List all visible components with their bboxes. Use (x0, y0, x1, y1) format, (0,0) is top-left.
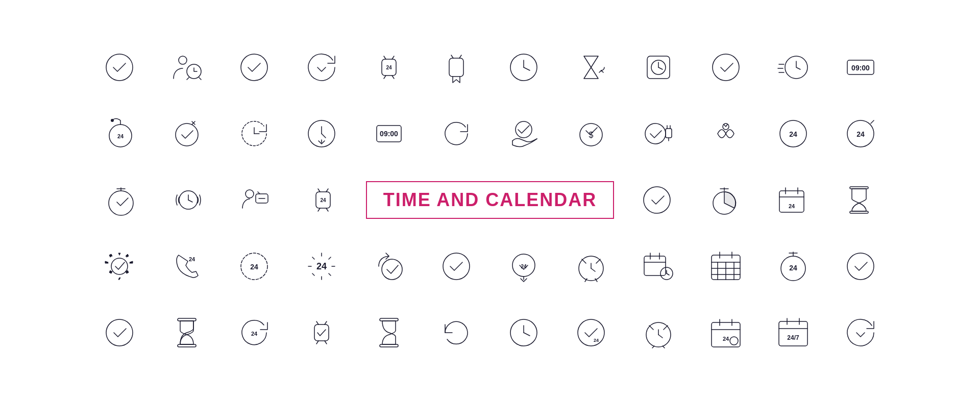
hourglass-refresh-icon (560, 37, 622, 98)
24-timer-icon: 24 (763, 236, 824, 297)
svg-line-144 (649, 326, 653, 330)
calendar-24-icon: 24 (761, 169, 822, 231)
svg-text:24: 24 (723, 336, 729, 342)
clock-plain3-icon (493, 302, 554, 363)
svg-rect-129 (314, 324, 329, 341)
clock-speed-icon (763, 37, 824, 98)
clock-plug-icon (628, 103, 689, 164)
clock-24-down-icon: 24 (493, 236, 554, 297)
calendar-clock-icon (628, 236, 689, 297)
svg-line-143 (658, 335, 663, 338)
clock-check3-icon (695, 37, 756, 98)
svg-line-89 (312, 257, 314, 259)
svg-point-80 (111, 258, 128, 274)
svg-line-101 (582, 259, 586, 263)
svg-text:09:00: 09:00 (380, 130, 398, 138)
gear-clock-icon (89, 236, 150, 297)
clock-check6-icon (89, 302, 150, 363)
hand-clock-icon (493, 103, 554, 164)
svg-point-3 (241, 54, 267, 81)
smartwatch-24-icon: 24 (358, 37, 420, 98)
svg-line-68 (326, 208, 328, 211)
clock-refresh-icon (291, 37, 352, 98)
svg-line-132 (316, 341, 318, 344)
svg-point-30 (176, 123, 198, 146)
svg-line-138 (524, 333, 530, 336)
svg-line-59 (188, 200, 192, 202)
svg-point-0 (106, 54, 133, 81)
phone-24-icon: 24 (156, 236, 217, 297)
svg-line-67 (318, 208, 320, 211)
icon-row-4: 24 24 24 24 (31, 236, 949, 297)
svg-point-125 (106, 319, 133, 346)
svg-text:24: 24 (250, 263, 258, 271)
clock-square-icon (628, 37, 689, 98)
svg-point-124 (847, 253, 874, 280)
svg-text:24: 24 (789, 203, 795, 209)
arrow-clock-icon (358, 236, 420, 297)
hourglass4-icon (358, 302, 420, 363)
svg-line-6 (384, 56, 386, 59)
svg-line-91 (329, 257, 331, 259)
24-refresh-icon: 24 (224, 302, 285, 363)
svg-point-20 (713, 54, 739, 81)
title-box: TIME AND CALENDAR (366, 181, 615, 219)
svg-text:24: 24 (251, 331, 258, 337)
clock-check5-icon (830, 236, 891, 297)
svg-line-37 (322, 134, 326, 138)
main-container: 24 09:00 24 (31, 37, 949, 363)
clock-reset-icon (426, 103, 487, 164)
svg-point-93 (382, 259, 402, 280)
svg-rect-148 (712, 322, 740, 347)
svg-line-92 (312, 273, 314, 276)
alarm-clock2-icon (628, 302, 689, 363)
svg-line-7 (392, 56, 394, 59)
24-dashed-icon: 24 (224, 236, 285, 297)
svg-line-65 (318, 189, 320, 192)
24-bomb-clock-icon: 24 (89, 103, 150, 164)
svg-text:24: 24 (521, 264, 527, 269)
digital-clock-display-icon: 09:00 (830, 37, 891, 98)
clock-check24-icon: 24 (560, 302, 622, 363)
stopwatch-icon (90, 169, 152, 231)
alarm-clock-icon (560, 236, 622, 297)
svg-point-44 (645, 123, 666, 144)
icon-row-5: 24 24 24 24/7 (31, 302, 949, 363)
calendar2-icon (695, 236, 756, 297)
svg-point-54 (109, 191, 133, 215)
icon-row-3: 24 TIME AND CALENDAR 24 (31, 169, 949, 231)
svg-point-69 (644, 187, 670, 213)
clock-check-icon (89, 37, 150, 98)
watch-bookmark-icon (426, 37, 487, 98)
clock-plain2-icon (626, 169, 688, 231)
svg-text:09:00: 09:00 (851, 64, 870, 72)
svg-text:24: 24 (320, 197, 326, 203)
svg-line-19 (658, 67, 663, 69)
24-circle-icon: 24 (763, 103, 824, 164)
svg-line-8 (384, 76, 386, 79)
svg-line-15 (524, 67, 530, 70)
svg-text:24: 24 (789, 130, 797, 138)
clock-refresh2-icon (224, 103, 285, 164)
clock-plain-icon (493, 37, 554, 98)
svg-text:24: 24 (594, 338, 599, 343)
clock-check2-icon (224, 37, 285, 98)
svg-line-9 (392, 76, 394, 79)
clock-refresh3-icon (830, 302, 891, 363)
calendar-24b-icon: 24 (695, 302, 756, 363)
svg-line-66 (326, 189, 328, 192)
smartwatch-check-icon (291, 302, 352, 363)
svg-point-94 (443, 253, 470, 280)
svg-line-90 (329, 273, 331, 276)
svg-text:24: 24 (856, 130, 865, 138)
icon-row-1: 24 09:00 (31, 37, 949, 98)
svg-text:24: 24 (117, 133, 124, 139)
svg-text:24: 24 (789, 264, 797, 272)
svg-line-131 (325, 321, 327, 324)
svg-point-1 (179, 56, 187, 64)
svg-line-102 (596, 259, 600, 263)
smartwatch-24b-icon: 24 (292, 169, 354, 231)
hourglass2-icon (828, 169, 890, 231)
icon-row-2: 24 09:00 $ (31, 103, 949, 164)
svg-point-29 (111, 119, 114, 122)
